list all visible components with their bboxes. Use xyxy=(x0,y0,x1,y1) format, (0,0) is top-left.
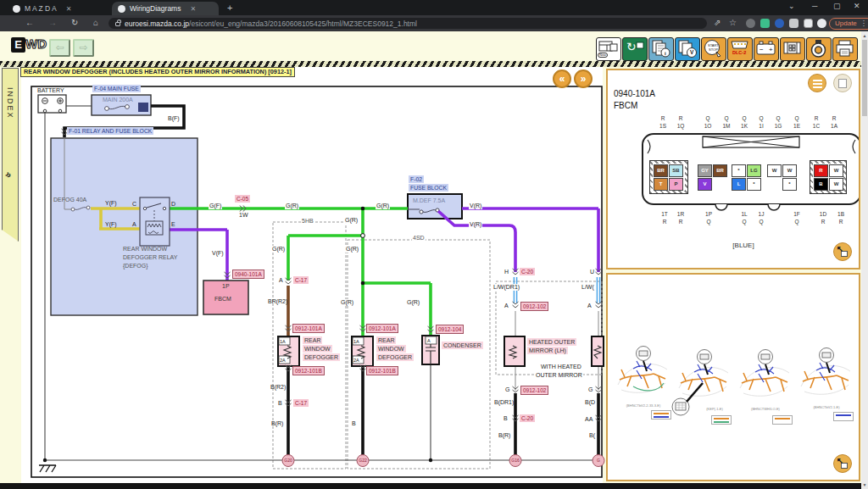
fbcm-box[interactable] xyxy=(203,281,248,314)
url-bar[interactable]: euroesi.mazda.co.jp/esicont/eu_eng/mazda… xyxy=(108,18,707,29)
profile-avatar[interactable] xyxy=(817,19,826,28)
update-button[interactable]: Update ⋮ xyxy=(829,18,868,30)
bottom-edge xyxy=(0,483,868,489)
document-info-icon[interactable]: i xyxy=(648,37,674,61)
ewd-logo-wd: WD xyxy=(25,36,47,51)
hazard-stripe-border xyxy=(0,61,861,67)
battery-symbol xyxy=(38,95,66,113)
tab-mazda-label: M A Z D A xyxy=(25,4,57,13)
pin-1L: 1LQ xyxy=(735,210,754,225)
wire-color-cell-BR[interactable]: BR xyxy=(713,164,727,177)
wire-color-cell-L[interactable]: L xyxy=(732,178,746,191)
connector-color-note: [BLUE] xyxy=(718,242,769,249)
wire-color-cell-star[interactable]: * xyxy=(732,164,746,177)
refresh-icon[interactable]: ↻ xyxy=(622,37,648,61)
close-button[interactable]: ✕ xyxy=(854,2,860,10)
prev-diagram-button[interactable]: « xyxy=(553,69,571,88)
wire-color-cell-P[interactable]: P xyxy=(669,178,683,191)
home-icon[interactable]: ⌂ xyxy=(93,18,98,27)
extension-icon-green[interactable] xyxy=(760,19,770,28)
tab-wiringdiagrams-label: WiringDiagrams xyxy=(130,4,181,13)
pin-1J: 1JQ xyxy=(752,210,771,225)
reload-icon[interactable]: ↻ xyxy=(71,18,78,27)
scroll-down-icon[interactable]: ▼ xyxy=(861,482,868,487)
wire-color-cell-W[interactable]: W xyxy=(829,164,843,177)
scroll-up-icon[interactable]: ▲ xyxy=(861,33,868,38)
print-icon[interactable] xyxy=(832,37,858,61)
harness-thumbnails[interactable] xyxy=(608,275,859,480)
thumbnail-legend xyxy=(651,410,671,420)
tab-close-icon[interactable]: ✕ xyxy=(66,5,72,13)
tab-close-icon[interactable]: ✕ xyxy=(190,5,196,13)
thumbnail-legend xyxy=(711,415,732,425)
document-v-icon[interactable]: V xyxy=(675,37,700,61)
scrollbar-thumb[interactable] xyxy=(862,40,867,116)
tab-wiringdiagrams[interactable]: WiringDiagrams ✕ xyxy=(112,2,219,15)
bookmark-star-icon[interactable]: ☆ xyxy=(729,18,737,27)
share-icon[interactable]: ⇗ xyxy=(714,18,721,27)
battery-icon[interactable]: − + xyxy=(754,37,779,61)
ewd-header: E WD ⇦ ⇨ New ↻ i V START STOP DLC-2 xyxy=(0,31,868,61)
diagram-title-banner: REAR WINDOW DEFOGGER (INCLUDES HEATED OU… xyxy=(20,67,295,77)
wire-color-cell-star[interactable]: * xyxy=(747,178,761,191)
pin-1F: 1FQ xyxy=(787,210,806,225)
new-window-icon[interactable]: New xyxy=(596,37,621,61)
url-text: euroesi.mazda.co.jp/esicont/eu_eng/mazda… xyxy=(125,19,417,28)
extension-icon-blue[interactable] xyxy=(775,19,784,28)
harness-location-panel: (BHNCTbV2-2-33-3-E) (KEP(-1-E) (BHNCTWH3… xyxy=(606,273,860,481)
dlc-2-icon[interactable]: DLC-2 xyxy=(727,37,753,61)
connector-expand-icon[interactable]: ↖ xyxy=(833,242,852,261)
browser-address-bar: ← → ↻ ⌂ euroesi.mazda.co.jp/esicont/eu_e… xyxy=(0,15,868,31)
tab-mazda[interactable]: M A Z D A ✕ xyxy=(7,2,110,15)
start-stop-icon[interactable]: START STOP xyxy=(701,37,726,61)
maximize-button[interactable]: ▢ xyxy=(833,2,841,10)
wire-color-cell-LG[interactable]: LG xyxy=(747,164,761,177)
wire-color-cell-BR[interactable]: BR xyxy=(654,164,668,177)
menu-kebab-icon[interactable]: ⋮ xyxy=(860,19,867,27)
wire-color-cell-B[interactable]: B xyxy=(814,178,828,191)
ewd-forward-button[interactable]: ⇨ xyxy=(73,39,94,57)
wire-color-cell-W[interactable]: W xyxy=(782,164,797,177)
ewd-back-button[interactable]: ⇦ xyxy=(49,39,70,57)
next-diagram-button[interactable]: » xyxy=(574,69,593,88)
index-tab[interactable]: INDEX » xyxy=(2,68,19,242)
index-tab-label: INDEX xyxy=(6,87,14,119)
f01-relay-fuse-block[interactable] xyxy=(51,138,198,315)
extension-icon[interactable] xyxy=(746,19,755,28)
browser-caret-icon[interactable]: ⌄ xyxy=(788,2,795,10)
new-tab-button[interactable]: + xyxy=(227,3,232,13)
f02-fuse-block-box[interactable] xyxy=(408,194,462,219)
thumbnail-caption: (BHNCTbV2-1-E) xyxy=(796,405,857,409)
mazda-favicon xyxy=(13,5,20,13)
browser-tab-strip: M A Z D A ✕ WiringDiagrams ✕ + ⌄ ─ ▢ ✕ xyxy=(0,0,868,15)
wire-color-cell-W[interactable]: W xyxy=(829,178,843,191)
wire-color-cell-SB[interactable]: SB xyxy=(669,164,683,177)
wire-color-cell-W[interactable]: W xyxy=(767,164,782,177)
grommet-icon[interactable] xyxy=(806,37,832,61)
heated-mirror-lh-box[interactable] xyxy=(504,336,525,366)
thumbnail-caption: (BHNCTWH3-O-E) xyxy=(735,407,796,411)
sidebar-icon[interactable] xyxy=(804,19,813,28)
wire-color-cell-T[interactable]: T xyxy=(654,178,668,191)
harness-expand-icon[interactable]: ↖ xyxy=(833,454,852,473)
screen: BATTERYF-04 MAIN FUSEMAIN 200AB(F)F-01 R… xyxy=(0,0,868,489)
wire-color-cell-star[interactable]: * xyxy=(782,178,797,191)
wire-color-cell-GY[interactable]: GY xyxy=(698,164,712,177)
minimize-button[interactable]: ─ xyxy=(812,2,817,10)
forward-icon[interactable]: → xyxy=(48,18,57,27)
connector-icon[interactable] xyxy=(780,37,805,61)
wire-color-cell-V[interactable]: V xyxy=(698,178,712,191)
thumbnail-legend xyxy=(772,415,793,425)
back-icon[interactable]: ← xyxy=(25,18,34,27)
pin-1P: 1PQ xyxy=(699,210,718,225)
wire-color-cell-R[interactable]: R xyxy=(814,164,828,177)
pin-1R: 1RR xyxy=(671,210,690,225)
connector-view-panel: 0940-101A FBCM R1SR1QQ1OQ1MQ1KQ1IQ1GQ1ER… xyxy=(606,69,860,270)
junction-open-circle xyxy=(361,234,365,238)
lock-icon xyxy=(115,22,120,26)
wiringdiagrams-favicon xyxy=(118,5,125,13)
page-scrollbar[interactable]: ▲ ▼ xyxy=(861,31,868,489)
extensions-puzzle-icon[interactable] xyxy=(789,19,798,28)
thumbnail-legend xyxy=(833,412,854,421)
thumbnail-caption: (BHNCTbV2-2-33-3-E) xyxy=(613,403,674,408)
